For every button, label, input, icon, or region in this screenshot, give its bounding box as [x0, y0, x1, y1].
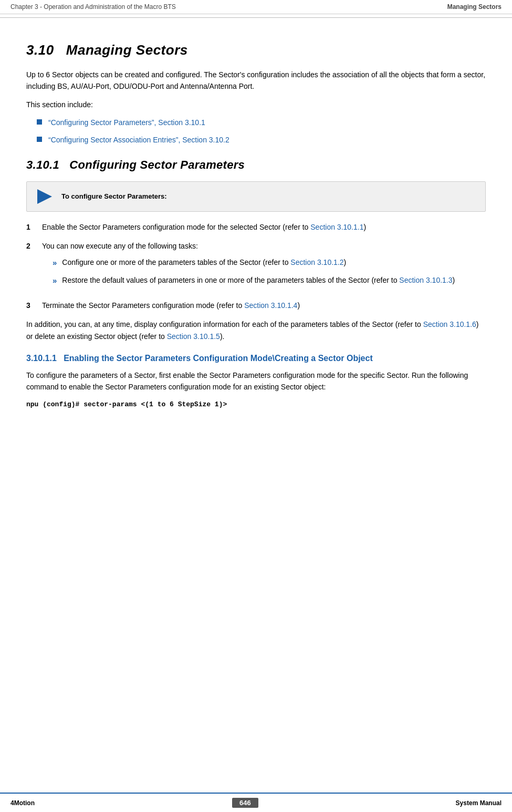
link-addition1[interactable]: Section 3.10.1.6 — [423, 320, 476, 328]
link-step3-section[interactable]: Section 3.10.1.4 — [244, 301, 297, 310]
steps-list: 1 Enable the Sector Parameters configura… — [26, 221, 486, 311]
footer-page-number: 646 — [232, 798, 258, 808]
sub-bullet-2-text: Restore the default values of parameters… — [62, 274, 455, 286]
step-2-num: 2 — [26, 240, 42, 252]
header-divider — [0, 17, 512, 18]
main-content: 3.10 Managing Sectors Up to 6 Sector obj… — [0, 26, 512, 456]
bullet-icon-2 — [37, 137, 42, 142]
section-31011-body: To configure the parameters of a Sector,… — [26, 369, 486, 393]
link-3101[interactable]: “Configuring Sector Parameters”, Section… — [48, 118, 205, 127]
svg-marker-0 — [37, 189, 52, 204]
bullet-item-2: “Configuring Sector Association Entries”… — [37, 134, 486, 146]
page-footer: 4Motion 646 System Manual — [0, 793, 512, 812]
section-31011-heading: 3.10.1.1 Enabling the Sector Parameters … — [26, 354, 486, 363]
footer-product-name: 4Motion — [11, 799, 35, 807]
code-text: npu (config)# sector-params <(1 to 6 Ste… — [26, 400, 227, 408]
section-310-heading: 3.10 Managing Sectors — [26, 42, 486, 58]
link-addition2[interactable]: Section 3.10.1.5 — [167, 332, 220, 341]
bullet-text-2: “Configuring Sector Association Entries”… — [48, 134, 229, 146]
sub-bullet-1-text: Configure one or more of the parameters … — [62, 256, 346, 268]
step-3: 3 Terminate the Sector Parameters config… — [26, 300, 486, 311]
section-310-intro-p2: This section include: — [26, 99, 486, 110]
step-2: 2 You can now execute any of the followi… — [26, 240, 486, 292]
section-3101-heading: 3.10.1 Configuring Sector Parameters — [26, 158, 486, 172]
link-sub1-section[interactable]: Section 3.10.1.2 — [290, 258, 343, 266]
sub-chevron-1: » — [53, 256, 57, 269]
sub-bullet-1: » Configure one or more of the parameter… — [53, 256, 486, 269]
note-label: To configure Sector Parameters: — [61, 192, 167, 200]
section-3101-number: 3.10.1 — [26, 158, 59, 171]
section-3101-title: Configuring Sector Parameters — [69, 158, 245, 171]
step-1-content: Enable the Sector Parameters configurati… — [42, 221, 486, 233]
section-310-bullet-list: “Configuring Sector Parameters”, Section… — [37, 117, 486, 146]
section-31011-number: 3.10.1.1 — [26, 354, 57, 363]
step-1-num: 1 — [26, 221, 42, 233]
header-chapter-title: Chapter 3 - Operation and Administration… — [11, 3, 176, 11]
note-box: To configure Sector Parameters: — [26, 181, 486, 212]
link-step1-section[interactable]: Section 3.10.1.1 — [310, 223, 363, 231]
code-block: npu (config)# sector-params <(1 to 6 Ste… — [26, 400, 486, 408]
bullet-text-1: “Configuring Sector Parameters”, Section… — [48, 117, 205, 128]
step-2-subbullets: » Configure one or more of the parameter… — [53, 256, 486, 287]
note-arrow-icon — [35, 187, 54, 206]
section-310-number: 3.10 — [26, 42, 54, 58]
step-3-num: 3 — [26, 300, 42, 311]
sub-chevron-2: » — [53, 274, 57, 287]
section-310-intro-p1: Up to 6 Sector objects can be created an… — [26, 69, 486, 92]
addition-text: In addition, you can, at any time, displ… — [26, 318, 486, 342]
section-310-title: Managing Sectors — [66, 42, 188, 58]
page-header: Chapter 3 - Operation and Administration… — [0, 0, 512, 14]
bullet-icon-1 — [37, 119, 42, 125]
step-3-content: Terminate the Sector Parameters configur… — [42, 300, 486, 311]
header-section-title: Managing Sectors — [447, 3, 501, 11]
sub-bullet-2: » Restore the default values of paramete… — [53, 274, 486, 287]
footer-manual-title: System Manual — [456, 799, 501, 807]
section-31011-title: Enabling the Sector Parameters Configura… — [64, 354, 373, 363]
step-1: 1 Enable the Sector Parameters configura… — [26, 221, 486, 233]
bullet-item-1: “Configuring Sector Parameters”, Section… — [37, 117, 486, 128]
link-sub2-section[interactable]: Section 3.10.1.3 — [399, 276, 452, 284]
step-2-content: You can now execute any of the following… — [42, 240, 486, 292]
link-3102[interactable]: “Configuring Sector Association Entries”… — [48, 136, 229, 144]
